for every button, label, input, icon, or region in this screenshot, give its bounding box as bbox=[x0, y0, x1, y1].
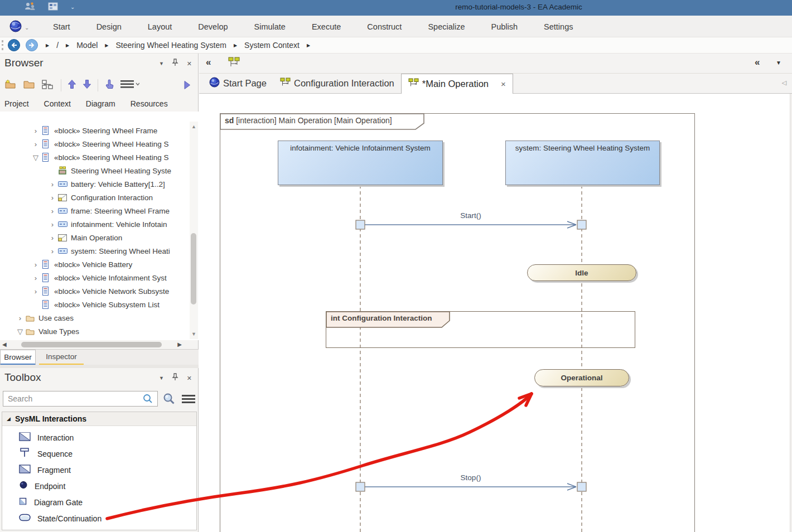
collapse-right-icon[interactable]: « bbox=[755, 57, 760, 67]
menu-design[interactable]: Design bbox=[96, 22, 122, 31]
search-icon[interactable] bbox=[143, 394, 153, 406]
menu-execute[interactable]: Execute bbox=[312, 22, 341, 31]
close-icon[interactable]: ✕ bbox=[187, 375, 192, 381]
expander-icon[interactable]: ▽ bbox=[15, 327, 26, 336]
toolbox-item-fragment[interactable]: Fragment bbox=[2, 462, 196, 478]
tree-item[interactable]: ›«block» Steering Wheel Heating S bbox=[0, 137, 199, 151]
expander-icon[interactable]: › bbox=[47, 247, 58, 255]
scroll-up-icon[interactable]: ▲ bbox=[190, 124, 198, 129]
model-views-icon[interactable] bbox=[41, 79, 55, 92]
message-label-start[interactable]: Start() bbox=[440, 211, 501, 220]
dock-tab-browser[interactable]: Browser bbox=[0, 350, 36, 365]
close-icon[interactable]: ✕ bbox=[187, 60, 192, 67]
toolbox-section-header[interactable]: ◢ SysML Interactions bbox=[2, 412, 196, 426]
ea-logo-icon[interactable] bbox=[9, 20, 22, 35]
tree-vertical-scrollbar[interactable]: ▲ ▼ bbox=[190, 122, 198, 339]
panel-menu-icon[interactable]: ▼ bbox=[159, 375, 164, 381]
user-icon[interactable] bbox=[25, 2, 36, 13]
scrollbar-thumb[interactable] bbox=[21, 342, 162, 347]
menu-simulate[interactable]: Simulate bbox=[254, 22, 286, 31]
move-up-icon[interactable] bbox=[67, 79, 76, 91]
canvas-scrollbar-strip[interactable] bbox=[790, 94, 792, 532]
toolbox-item-interaction[interactable]: Interaction bbox=[2, 429, 196, 446]
pin-icon[interactable] bbox=[172, 59, 178, 67]
dock-tab-inspector[interactable]: Inspector bbox=[39, 350, 84, 365]
tree-item[interactable]: ›Use cases bbox=[0, 311, 199, 325]
tree-item[interactable]: «block» Vehicle Subsystem List bbox=[0, 298, 199, 311]
state-continuation-operational[interactable]: Operational bbox=[534, 369, 629, 386]
toolbox-item-endpoint[interactable]: Endpoint bbox=[2, 478, 196, 494]
expander-icon[interactable]: › bbox=[47, 220, 58, 229]
tab-resources[interactable]: Resources bbox=[131, 99, 168, 108]
menu-start[interactable]: Start bbox=[53, 22, 70, 31]
tree-item[interactable]: ›battery: Vehicle Battery[1..2] bbox=[0, 177, 199, 191]
breadcrumb-arrow-icon[interactable]: ▶ bbox=[66, 43, 69, 48]
expander-icon[interactable]: › bbox=[47, 234, 58, 242]
expander-icon[interactable]: › bbox=[15, 314, 26, 322]
nav-collapse-icon[interactable]: ◁ bbox=[782, 79, 786, 86]
menu-publish[interactable]: Publish bbox=[491, 22, 518, 31]
expander-icon[interactable]: › bbox=[30, 274, 41, 282]
toolbox-item-sequence[interactable]: Sequence bbox=[2, 446, 196, 462]
message-label-stop[interactable]: Stop() bbox=[440, 473, 501, 482]
panel-menu-icon[interactable]: ▼ bbox=[159, 60, 164, 67]
new-package-icon[interactable] bbox=[4, 79, 17, 91]
workspace-icon[interactable] bbox=[48, 2, 58, 13]
tree-item[interactable]: ›«block» Steering Wheel Frame bbox=[0, 124, 199, 137]
logo-dropdown-icon[interactable]: ⌄ bbox=[25, 25, 29, 31]
section-collapse-icon[interactable]: ◢ bbox=[7, 416, 11, 422]
search-input[interactable] bbox=[3, 391, 158, 407]
menu-develop[interactable]: Develop bbox=[198, 22, 228, 31]
expander-icon[interactable]: › bbox=[30, 140, 41, 148]
expander-icon[interactable]: › bbox=[30, 127, 41, 135]
breadcrumb-arrow-icon[interactable]: ▶ bbox=[105, 43, 108, 48]
tree-item[interactable]: ›«block» Vehicle Network Subsyste bbox=[0, 284, 199, 298]
tree-item[interactable]: ▽Value Types bbox=[0, 325, 199, 338]
expander-icon[interactable]: ▽ bbox=[30, 153, 41, 162]
tab-start-page[interactable]: Start Page bbox=[202, 74, 273, 93]
expander-icon[interactable]: › bbox=[30, 260, 41, 269]
expander-icon[interactable]: › bbox=[47, 194, 58, 202]
toolbox-item-state-continuation[interactable]: State/Continuation bbox=[2, 510, 196, 526]
collapse-left-icon[interactable]: « bbox=[206, 57, 211, 67]
breadcrumb-arrow-icon[interactable]: ▶ bbox=[234, 43, 237, 48]
tree-horizontal-scrollbar[interactable]: ◀ ▶ bbox=[0, 340, 186, 349]
lifeline-head-infotainment[interactable]: infotainment: Vehicle Infotainment Syste… bbox=[278, 141, 443, 185]
tree-item[interactable]: ▽«block» Steering Wheel Heating S bbox=[0, 151, 199, 164]
lifeline-head-system[interactable]: system: Steering Wheel Heating System bbox=[505, 141, 660, 185]
state-continuation-idle[interactable]: Idle bbox=[527, 264, 636, 281]
forward-button[interactable] bbox=[26, 39, 38, 51]
breadcrumb-model[interactable]: Model bbox=[76, 41, 98, 50]
tab-context[interactable]: Context bbox=[44, 99, 71, 108]
folder-icon[interactable] bbox=[23, 79, 35, 91]
chevron-down-icon[interactable]: ⌄ bbox=[70, 4, 75, 10]
expander-icon[interactable]: › bbox=[47, 207, 58, 215]
menu-specialize[interactable]: Specialize bbox=[428, 22, 465, 31]
tree-item[interactable]: ›system: Steering Wheel Heati bbox=[0, 244, 199, 258]
tree-item[interactable]: ›«block» Vehicle Infotainment Syst bbox=[0, 271, 199, 284]
breadcrumb-arrow-icon[interactable]: ▶ bbox=[307, 43, 310, 48]
scroll-left-icon[interactable]: ◀ bbox=[2, 341, 7, 347]
hamburger-menu-icon[interactable] bbox=[182, 394, 195, 406]
tab-project[interactable]: Project bbox=[4, 99, 29, 108]
menu-construct[interactable]: Construct bbox=[367, 22, 402, 31]
toolbox-item-diagram-gate[interactable]: Diagram Gate bbox=[2, 494, 196, 510]
tab-main-operation[interactable]: *Main Operation × bbox=[401, 74, 513, 94]
tree-item[interactable]: ›Main Operation bbox=[0, 231, 199, 244]
expander-icon[interactable]: › bbox=[47, 180, 58, 188]
menu-settings[interactable]: Settings bbox=[544, 22, 573, 31]
menu-layout[interactable]: Layout bbox=[148, 22, 172, 31]
pin-icon[interactable] bbox=[172, 373, 178, 382]
toolbar-grip[interactable] bbox=[2, 40, 3, 50]
advanced-search-icon[interactable] bbox=[163, 393, 175, 407]
sequence-diagram-icon[interactable] bbox=[228, 57, 240, 70]
diagram-canvas[interactable]: sd [interaction] Main Operation [Main Op… bbox=[199, 94, 792, 532]
collaborate-hand-icon[interactable] bbox=[104, 79, 114, 92]
tree-item[interactable]: ›infotainment: Vehicle Infotain bbox=[0, 217, 199, 231]
tree-item[interactable]: ›Configuration Interaction bbox=[0, 191, 199, 204]
tree-item[interactable]: ›«block» Vehicle Battery bbox=[0, 258, 199, 271]
breadcrumb-arrow-icon[interactable]: ▶ bbox=[46, 43, 49, 48]
breadcrumb-package[interactable]: Steering Wheel Heating System bbox=[116, 41, 226, 50]
expander-icon[interactable]: › bbox=[30, 287, 41, 296]
scrollbar-thumb[interactable] bbox=[191, 233, 196, 304]
